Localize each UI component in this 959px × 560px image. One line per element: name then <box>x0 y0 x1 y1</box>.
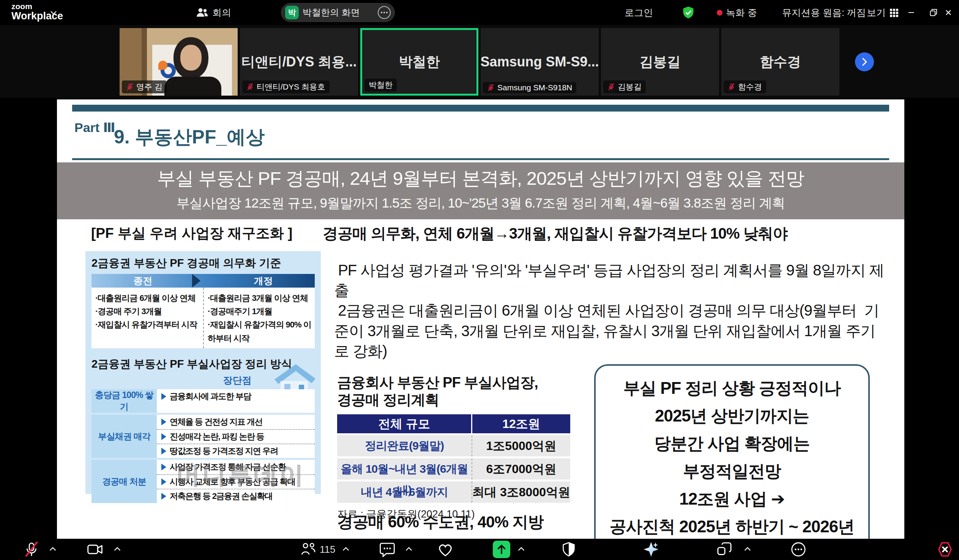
caret-up-icon <box>405 545 413 554</box>
paragraph-2: 2금융권은 대출원리금이 6개월 이상 연체된 사업장이 경공매 의무 대상(9… <box>334 301 888 361</box>
method-item-text: 연체율 등 건전성 지표 개선 <box>170 416 262 428</box>
video-button[interactable] <box>86 539 103 560</box>
participants-button[interactable]: 115 <box>300 539 335 560</box>
workspace-menu-button[interactable] <box>49 0 59 25</box>
recording-indicator[interactable]: 녹화 중 <box>717 0 757 25</box>
news-watermark: 머니투데이 <box>177 459 306 491</box>
audio-options-caret[interactable] <box>49 539 57 560</box>
muted-mic-icon <box>607 83 615 91</box>
outlook-box: 부실 PF 정리 상황 긍정적이나 2025년 상반기까지는 당분간 사업 확장… <box>594 364 870 539</box>
next-participants-button[interactable] <box>855 52 874 71</box>
participant-name: 영주 김 <box>136 81 162 92</box>
login-button[interactable]: 로그인 <box>624 0 653 25</box>
restructure-label: [PF 부실 우려 사업장 재구조화 ] <box>91 224 292 243</box>
reactions-button[interactable] <box>436 539 454 560</box>
security-shield-icon <box>561 541 576 558</box>
participant-tile-active-speaker[interactable]: 박철한 박철한 <box>360 28 478 95</box>
meeting-toolbar: 115 <box>0 539 959 560</box>
tab-meeting[interactable]: 회의 <box>196 0 231 25</box>
plan-table-title-line2: 경공매 정리계획 <box>337 391 570 409</box>
title-bar: zoom Workplace 회의 박 박철한의 화면 로그인 녹화 중 뮤지션… <box>0 0 959 25</box>
video-options-caret[interactable] <box>113 539 121 560</box>
participant-tile[interactable]: 함수경 함수경 <box>721 28 840 95</box>
share-screen-icon <box>493 541 510 558</box>
more-icon <box>790 541 807 558</box>
original-sound-toggle[interactable]: 뮤지션용 원음: 꺼짐 <box>782 0 866 25</box>
close-button[interactable]: × <box>938 0 959 25</box>
minimize-button[interactable]: − <box>900 0 922 25</box>
paragraph-1: PF 사업성 평가결과 '유의'와 '부실우려' 등급 사업장의 정리 계획서를… <box>334 260 888 301</box>
people-icon <box>196 6 209 19</box>
table-row: 올해 10월~내년 3월(6개월내) 6조7000억원 <box>337 458 570 480</box>
breakout-caret[interactable] <box>743 539 752 560</box>
participant-tile[interactable]: 티앤티/DYS 최용... 티앤티/DYS 최용호 <box>240 28 358 95</box>
participant-name: 티앤티/DYS 최용호 <box>256 81 325 92</box>
security-button[interactable] <box>561 539 576 560</box>
recording-label: 녹화 중 <box>726 6 757 19</box>
outlook-line: 12조원 사업 ➔ <box>596 485 868 512</box>
participant-tile[interactable]: 김봉길 김봉길 <box>601 28 719 95</box>
method-item-text: 땅값조정 등 가격조정 지연 우려 <box>170 445 278 457</box>
leave-meeting-button[interactable] <box>936 539 954 560</box>
more-options-icon[interactable] <box>378 6 391 19</box>
caret-up-icon <box>49 545 57 554</box>
original-sound-label: 뮤지션용 원음: 꺼짐 <box>782 6 866 19</box>
row-value: 최대 3조8000억원 <box>472 482 570 503</box>
breakout-rooms-button[interactable] <box>716 539 733 560</box>
share-options-caret[interactable] <box>517 539 526 560</box>
row-label: 올해 10월~내년 3월(6개월내) <box>337 458 472 480</box>
more-button[interactable] <box>790 539 807 560</box>
method-group: 부실채권 매각 연체율 등 건전성 지표 개선 진성매각 논란, 파킹 논란 등… <box>91 415 315 458</box>
participant-name-badge: 영주 김 <box>122 80 167 93</box>
slide-title: 9. 부동산PF_예상 <box>114 124 264 150</box>
before-item: ·재입찰시 유찰가격부터 시작 <box>95 318 200 331</box>
participant-tile[interactable]: Samsung SM-S9... Samsung SM-S918N <box>481 28 599 95</box>
infographic-section1-title: 2금융권 부동산 PF 경공매 의무화 기준 <box>91 256 281 271</box>
caret-up-icon <box>113 545 121 554</box>
chat-button[interactable] <box>379 539 396 560</box>
participants-caret[interactable] <box>342 539 350 560</box>
before-item: ·대출원리금 6개월 이상 연체 <box>95 291 200 305</box>
auction-note: 경공매 60% 수도권, 40% 지방 <box>337 511 543 533</box>
chat-caret[interactable] <box>405 539 413 560</box>
table-row: 내년 4월~6월까지 최대 3조8000억원 <box>337 482 570 503</box>
participant-name-badge: 박철한 <box>365 78 397 91</box>
bullet-triangle-icon <box>161 418 166 425</box>
before-items: ·대출원리금 6개월 이상 연체 ·경공매 주기 3개월 ·재입찰시 유찰가격부… <box>91 288 203 348</box>
before-column-label: 종전 <box>91 274 194 288</box>
after-items: ·대출원리금 3개월 이상 연체 ·경공매주기 1개월 ·재입찰시 유찰가격의 … <box>203 288 315 348</box>
share-screen-button[interactable] <box>493 539 510 560</box>
body-paragraphs: PF 사업성 평가결과 '유의'와 '부실우려' 등급 사업장의 정리 계획서를… <box>334 260 888 361</box>
view-button[interactable]: 보기 <box>867 0 899 25</box>
bullet-triangle-icon <box>161 464 166 471</box>
restore-icon <box>928 7 938 18</box>
ai-companion-button[interactable] <box>642 539 660 560</box>
participant-name: 함수경 <box>738 81 762 92</box>
method-item: 연체율 등 건전성 지표 개선 <box>157 415 315 429</box>
participants-filmstrip: 영주 김 티앤티/DYS 최용... 티앤티/DYS 최용호 박철한 박철한 S… <box>0 25 959 98</box>
after-item: ·경공매주기 1개월 <box>208 305 312 318</box>
participant-tile-video[interactable]: 영주 김 <box>119 28 238 95</box>
participant-name: 김봉길 <box>618 81 642 92</box>
before-after-table: ·대출원리금 6개월 이상 연체 ·경공매 주기 3개월 ·재입찰시 유찰가격부… <box>91 288 315 348</box>
participant-name-badge: Samsung SM-S918N <box>483 82 576 93</box>
screen-share-title-pill[interactable]: 박 박철한의 화면 <box>281 3 395 22</box>
method-label: 경공매 처분 <box>91 460 157 503</box>
outlook-line: 2025년 상반기까지는 <box>596 402 868 430</box>
infographic-section2-title: 2금융권 부동산 PF 부실사업장 정리 방식 <box>91 356 292 372</box>
banner-line2: 부실사업장 12조원 규모, 9월말까지 1.5조 정리, 10~'25년 3월… <box>57 194 904 212</box>
bullet-triangle-icon <box>161 433 166 440</box>
outlook-line: 부실 PF 정리 상황 긍정적이나 <box>596 374 868 402</box>
after-item: ·대출원리금 3개월 이상 연체 <box>208 291 312 305</box>
avatar: 박 <box>285 6 299 19</box>
mute-button[interactable] <box>24 539 40 560</box>
bullet-triangle-icon <box>161 493 166 500</box>
method-item-text: 금융회사에 과도한 부담 <box>170 391 251 402</box>
outlook-line: 당분간 사업 확장에는 <box>596 430 868 457</box>
muted-mic-icon <box>728 83 735 91</box>
bullet-triangle-icon <box>161 479 166 485</box>
mic-muted-icon <box>24 541 40 557</box>
security-status[interactable] <box>682 0 695 25</box>
shield-check-icon <box>682 6 695 19</box>
after-item: ·재입찰시 유찰가격의 90% 이하부터 시작 <box>208 318 312 345</box>
